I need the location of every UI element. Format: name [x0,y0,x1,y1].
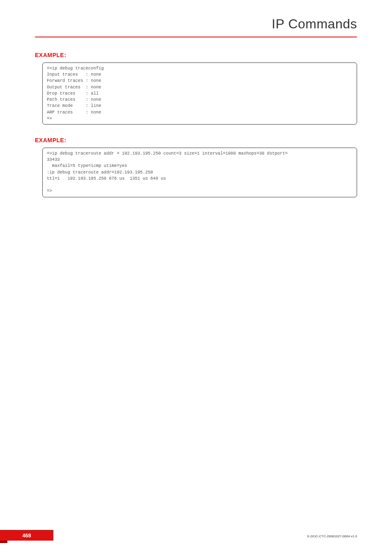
footer-bar-accent [0,541,7,543]
example1-code-block: =>ip debug traceconfig Input traces : no… [42,62,357,125]
main-content: EXAMPLE: =>ip debug traceconfig Input tr… [0,37,392,197]
example1-heading: EXAMPLE: [35,52,357,58]
page-footer: 468 E-DOC-CTC-20061027-0004 v1.0 [0,528,392,541]
document-id: E-DOC-CTC-20061027-0004 v1.0 [307,534,357,538]
page-header: IP Commands [0,0,392,32]
header-title: IP Commands [0,16,357,32]
page-number: 468 [22,532,31,539]
footer-page-bar: 468 [0,530,53,541]
example2-heading: EXAMPLE: [35,137,357,143]
example2-code-block: =>ip debug traceroute addr = 192.193.195… [42,148,357,197]
